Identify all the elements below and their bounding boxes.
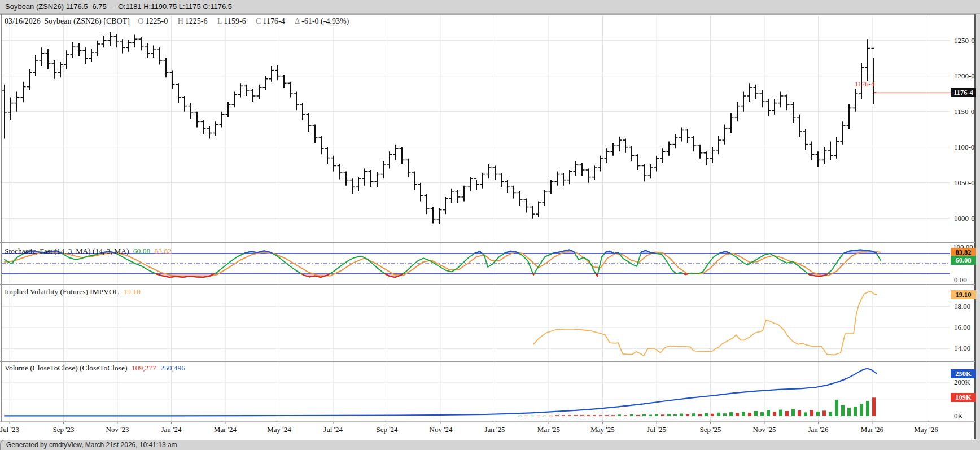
- x-axis-label: Jan '26: [808, 425, 829, 434]
- x-axis-label: Sep '24: [376, 425, 397, 434]
- x-axis-label: Mar '25: [537, 425, 560, 434]
- x-axis-label: Sep '23: [53, 425, 74, 434]
- stochastic-title-text: Stochastic, Fast (14, 3, MA) (14, 3, MA): [5, 247, 129, 255]
- vol-last-badge: 109K: [951, 393, 976, 402]
- open-value: 1225-0: [146, 17, 168, 25]
- x-axis-label: Sep '25: [699, 425, 721, 434]
- low-label: L: [217, 17, 222, 25]
- price-tick-label: 1000-0: [954, 214, 975, 223]
- x-axis-label: Nov '25: [753, 425, 776, 434]
- status-text: Generated by cmdtyView, March 21st 2026,…: [6, 441, 177, 449]
- cmdtyview-app: Soybean (ZSN26) 1176.5 -6.75 — O:1181 H:…: [0, 0, 980, 450]
- price-tick-label: 1200-0: [954, 72, 975, 81]
- chart-header: 03/16/2026 Soybean (ZSN26) [CBOT] O1225-…: [5, 17, 352, 26]
- volume-blue-value: 250,496: [160, 364, 185, 372]
- x-axis-label: May '24: [267, 425, 291, 434]
- x-axis-label: Jan '25: [485, 425, 505, 434]
- iv-tick-label: 16.00: [954, 323, 970, 332]
- x-axis-label: Jul '25: [647, 425, 666, 434]
- impvol-value: 19.10: [124, 287, 141, 296]
- impvol-panel-title: Implied Volatility (Futures) IMPVOL 19.1…: [5, 287, 143, 296]
- close-label: C: [256, 17, 261, 25]
- vol-tick-label: 200K: [954, 378, 970, 387]
- low-value: 1159-6: [224, 17, 246, 25]
- close-value: 1176-4: [263, 17, 285, 25]
- high-label: H: [178, 17, 183, 25]
- x-axis-label: May '25: [590, 425, 614, 434]
- stochastic-panel-title: Stochastic, Fast (14, 3, MA) (14, 3, MA)…: [5, 247, 174, 256]
- iv-tick-label: 14.00: [954, 344, 970, 353]
- x-axis-label: Mar '26: [861, 425, 883, 434]
- x-axis-label: Jul '24: [323, 425, 343, 434]
- delta-value: -61-0 (-4.93%): [301, 17, 349, 25]
- x-axis-label: Jan '24: [161, 425, 182, 434]
- last-price-float-label: 1176-4: [855, 80, 874, 89]
- x-axis-label: May '26: [914, 425, 938, 434]
- vol-total-badge: 250K: [951, 369, 976, 378]
- header-date: 03/16/2026: [5, 17, 41, 25]
- x-axis-label: Nov '23: [106, 425, 129, 434]
- last-price-badge: 1176-4: [951, 88, 976, 97]
- volume-panel-title: Volume (CloseToClose) (CloseToClose) 109…: [5, 364, 187, 373]
- open-label: O: [138, 17, 143, 25]
- x-axis-label: Jul '23: [0, 425, 19, 434]
- chart-canvas[interactable]: [0, 0, 980, 450]
- stoch-tick-label: 0.00: [954, 276, 967, 285]
- stoch-k-badge: 60.08: [951, 256, 976, 265]
- impvol-title-text: Implied Volatility (Futures) IMPVOL: [5, 287, 119, 296]
- x-axis-label: Nov '24: [430, 425, 453, 434]
- price-tick-label: 1100-0: [954, 143, 974, 152]
- header-symbol: Soybean (ZSN26) [CBOT]: [44, 17, 130, 25]
- impvol-badge: 19.10: [951, 290, 976, 299]
- stochastic-k-value: 60.08: [133, 247, 150, 255]
- vol-tick-label: 0K: [954, 412, 963, 421]
- price-tick-label: 1050-0: [954, 178, 975, 187]
- x-axis-label: Mar '24: [214, 425, 237, 434]
- price-tick-label: 1150-0: [954, 107, 974, 116]
- iv-tick-label: 18.00: [954, 302, 970, 311]
- stochastic-d-value: 83.82: [155, 247, 172, 255]
- delta-icon: Δ: [295, 17, 300, 25]
- volume-title-text: Volume (CloseToClose) (CloseToClose): [5, 364, 128, 372]
- price-tick-label: 1250-0: [954, 36, 975, 45]
- high-value: 1225-6: [185, 17, 208, 25]
- volume-red-value: 109,277: [132, 364, 156, 372]
- status-bar: Generated by cmdtyView, March 21st 2026,…: [0, 440, 980, 450]
